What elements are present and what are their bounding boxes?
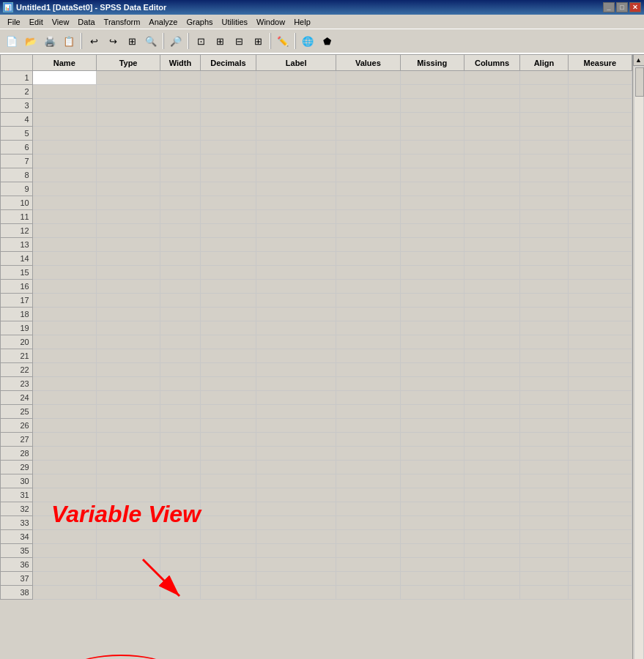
grid-cell[interactable] (96, 363, 160, 377)
grid-cell[interactable] (336, 127, 400, 141)
grid-cell[interactable] (336, 544, 400, 558)
grid-cell[interactable] (160, 377, 201, 391)
grid-cell[interactable] (200, 558, 256, 572)
col-header-measure[interactable]: Measure (568, 55, 632, 71)
grid-cell[interactable] (200, 210, 256, 224)
grid-cell[interactable] (96, 266, 160, 280)
grid-cell[interactable] (464, 544, 519, 558)
grid-cell[interactable] (568, 99, 632, 113)
grid-cell[interactable] (520, 99, 568, 113)
grid-cell[interactable] (200, 127, 256, 141)
grid-cell[interactable] (200, 196, 256, 210)
grid-cell[interactable] (336, 516, 400, 530)
grid-cell[interactable] (520, 488, 568, 502)
grid-cell[interactable] (400, 516, 464, 530)
grid-cell[interactable] (336, 266, 400, 280)
grid-cell[interactable] (32, 280, 96, 294)
grid-cell[interactable] (200, 99, 256, 113)
grid-cell[interactable] (32, 85, 96, 99)
grid-cell[interactable] (464, 474, 519, 488)
grid-cell[interactable] (336, 85, 400, 99)
grid-cell[interactable] (520, 502, 568, 516)
grid-cell[interactable] (256, 321, 336, 335)
grid-cell[interactable] (96, 127, 160, 141)
grid-cell[interactable] (200, 252, 256, 266)
grid-cell[interactable] (200, 154, 256, 168)
grid-cell[interactable] (200, 238, 256, 252)
grid-cell[interactable] (32, 141, 96, 154)
grid-cell[interactable] (32, 168, 96, 182)
grid-cell[interactable] (400, 210, 464, 224)
grid-cell[interactable] (160, 168, 201, 182)
grid-cell[interactable] (520, 391, 568, 405)
menu-utilities[interactable]: Utilities (218, 16, 252, 28)
grid-cell[interactable] (256, 154, 336, 168)
grid-cell[interactable] (464, 154, 519, 168)
grid-cell[interactable] (520, 85, 568, 99)
grid-cell[interactable] (400, 308, 464, 321)
grid-cell[interactable] (160, 419, 201, 433)
grid-cell[interactable] (200, 447, 256, 461)
grid-cell[interactable] (32, 294, 96, 308)
grid-cell[interactable] (464, 252, 519, 266)
grid-cell[interactable] (256, 349, 336, 363)
grid-cell[interactable] (336, 377, 400, 391)
grid-cell[interactable] (336, 586, 400, 600)
col-header-label[interactable]: Label (256, 55, 336, 71)
grid-cell[interactable] (464, 113, 519, 127)
menu-transform[interactable]: Transform (100, 16, 145, 28)
grid-cell[interactable] (256, 335, 336, 349)
grid-cell[interactable] (256, 544, 336, 558)
menu-file[interactable]: File (3, 16, 25, 28)
grid-cell[interactable] (160, 224, 201, 238)
grid-cell[interactable] (568, 544, 632, 558)
grid-cell[interactable] (336, 530, 400, 544)
grid-cell[interactable] (568, 127, 632, 141)
grid-cell[interactable] (96, 405, 160, 419)
grid-cell[interactable] (568, 516, 632, 530)
tool4-button[interactable]: ⊞ (211, 32, 229, 50)
grid-cell[interactable] (464, 572, 519, 586)
grid-cell[interactable] (160, 113, 201, 127)
grid-cell[interactable] (256, 405, 336, 419)
grid-cell[interactable] (464, 280, 519, 294)
menu-graphs[interactable]: Graphs (182, 16, 217, 28)
grid-cell[interactable] (160, 572, 201, 586)
grid-cell[interactable] (256, 572, 336, 586)
grid-cell[interactable] (32, 154, 96, 168)
grid-cell[interactable] (336, 419, 400, 433)
grid-cell[interactable] (200, 182, 256, 196)
grid-cell[interactable] (464, 321, 519, 335)
grid-cell[interactable] (32, 530, 96, 544)
grid-cell[interactable] (336, 321, 400, 335)
grid-cell[interactable] (160, 502, 201, 516)
grid-cell[interactable] (464, 558, 519, 572)
grid-cell[interactable] (464, 196, 519, 210)
menu-view[interactable]: View (48, 16, 74, 28)
grid-cell[interactable] (32, 335, 96, 349)
grid-cell[interactable] (464, 294, 519, 308)
grid-cell[interactable] (400, 99, 464, 113)
grid-cell[interactable] (256, 266, 336, 280)
grid-cell[interactable] (336, 196, 400, 210)
grid-cell[interactable] (568, 71, 632, 85)
grid-cell[interactable] (96, 99, 160, 113)
grid-cell[interactable] (32, 488, 96, 502)
grid-cell[interactable] (400, 419, 464, 433)
tool6-button[interactable]: ⊞ (249, 32, 267, 50)
grid-cell[interactable] (464, 127, 519, 141)
grid-cell[interactable] (568, 196, 632, 210)
grid-cell[interactable] (400, 488, 464, 502)
grid-cell[interactable] (160, 447, 201, 461)
grid-cell[interactable] (520, 530, 568, 544)
grid-cell[interactable] (464, 433, 519, 447)
grid-cell[interactable] (200, 461, 256, 474)
grid-cell[interactable] (160, 488, 201, 502)
grid-cell[interactable] (568, 335, 632, 349)
grid-cell[interactable] (32, 572, 96, 586)
grid-cell[interactable] (336, 488, 400, 502)
grid-cell[interactable] (336, 474, 400, 488)
grid-cell[interactable] (256, 363, 336, 377)
grid-cell[interactable] (32, 419, 96, 433)
grid-cell[interactable] (32, 308, 96, 321)
